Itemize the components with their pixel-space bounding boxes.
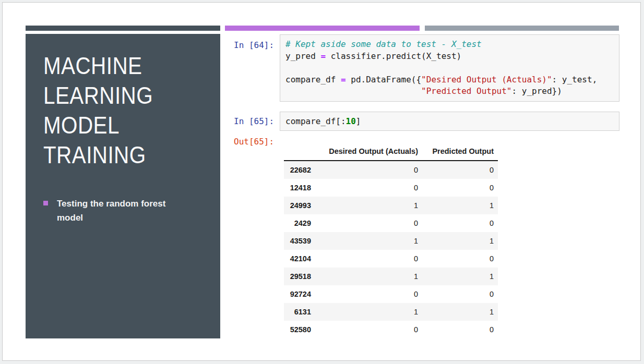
cell-value: 0 <box>315 250 422 268</box>
cell-value: 0 <box>315 214 422 232</box>
cell-value: 1 <box>315 232 422 250</box>
cell-value: 0 <box>422 250 498 268</box>
cell-value: 0 <box>422 321 498 338</box>
row-index: 42104 <box>284 250 315 268</box>
dataframe-output: Desired Output (Actuals)Predicted Output… <box>284 144 498 338</box>
cell-value: 0 <box>315 285 422 303</box>
code-line <box>285 62 614 74</box>
column-header: Desired Output (Actuals) <box>315 144 422 161</box>
row-index: 92724 <box>284 285 315 303</box>
table-row: 613111 <box>284 303 498 321</box>
row-index: 2429 <box>284 214 315 232</box>
input-prompt-65: In [65]: <box>234 116 274 126</box>
code-line: y_pred = classifier.predict(X_test) <box>285 51 614 63</box>
row-index: 6131 <box>284 303 315 321</box>
cell-value: 0 <box>315 161 422 179</box>
table-row: 1241800 <box>284 179 498 197</box>
row-index: 12418 <box>284 179 315 197</box>
cell-value: 1 <box>422 268 498 285</box>
cell-value: 1 <box>315 303 422 321</box>
output-prompt-65: Out[65]: <box>234 137 274 147</box>
table-row: 2499311 <box>284 197 498 214</box>
row-index: 24993 <box>284 197 315 214</box>
table-row: 2268200 <box>284 161 498 179</box>
table-row: 9272400 <box>284 285 498 303</box>
table-row: 2951811 <box>284 268 498 285</box>
table-row: 4210400 <box>284 250 498 268</box>
table-row: 242900 <box>284 214 498 232</box>
cell-value: 0 <box>422 214 498 232</box>
dataframe-table: Desired Output (Actuals)Predicted Output… <box>284 144 498 338</box>
table-row: 4353911 <box>284 232 498 250</box>
cell-value: 1 <box>422 232 498 250</box>
table-row: 5258000 <box>284 321 498 338</box>
code-line: compare_df[:10] <box>285 116 614 128</box>
code-line: compare_df = pd.DataFrame({"Desired Outp… <box>285 74 614 86</box>
input-prompt-64: In [64]: <box>234 40 274 50</box>
cell-value: 0 <box>315 179 422 197</box>
index-header <box>284 144 315 161</box>
notebook-screenshot: In [64]: # Kept aside some data to test … <box>3 3 641 361</box>
code-cell-64: # Kept aside some data to test - X_testy… <box>280 34 619 102</box>
row-index: 29518 <box>284 268 315 285</box>
cell-value: 0 <box>422 285 498 303</box>
cell-value: 1 <box>315 268 422 285</box>
row-index: 43539 <box>284 232 315 250</box>
cell-value: 0 <box>422 161 498 179</box>
cell-value: 1 <box>422 303 498 321</box>
code-line: "Predicted Output": y_pred}) <box>285 86 614 98</box>
code-line: # Kept aside some data to test - X_test <box>285 39 614 51</box>
cell-value: 1 <box>422 197 498 214</box>
slide-canvas: MACHINE LEARNING MODEL TRAINING Testing … <box>0 0 644 364</box>
slide: MACHINE LEARNING MODEL TRAINING Testing … <box>2 2 641 361</box>
cell-value: 0 <box>315 321 422 338</box>
code-cell-65: compare_df[:10] <box>280 112 619 131</box>
row-index: 22682 <box>284 161 315 179</box>
cell-value: 1 <box>315 197 422 214</box>
table-header-row: Desired Output (Actuals)Predicted Output <box>284 144 498 161</box>
cell-value: 0 <box>422 179 498 197</box>
row-index: 52580 <box>284 321 315 338</box>
column-header: Predicted Output <box>422 144 498 161</box>
